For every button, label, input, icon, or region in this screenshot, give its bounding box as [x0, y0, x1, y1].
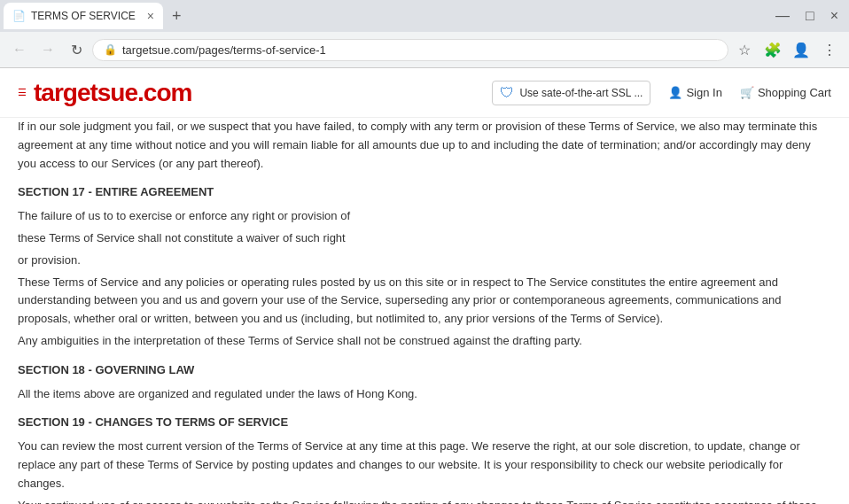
paragraph-6: Any ambiguities in the interpretation of… — [18, 332, 831, 351]
forward-button[interactable]: → — [35, 37, 60, 62]
shopping-cart-button[interactable]: 🛒 Shopping Cart — [740, 86, 831, 99]
paragraph-7: All the items above are organized and re… — [18, 385, 831, 404]
paragraph-8: You can review the most current version … — [18, 438, 831, 492]
shield-icon: 🛡 — [500, 85, 514, 101]
address-text: targetsue.com/pages/terms-of-service-1 — [122, 43, 717, 57]
paragraph-9: Your continued use of or access to our w… — [18, 497, 831, 504]
user-icon: 👤 — [668, 86, 682, 99]
window-controls: — □ × — [765, 0, 849, 32]
paragraph-5: These Terms of Service and any policies … — [18, 274, 831, 329]
profile-button[interactable]: 👤 — [789, 37, 814, 62]
close-button[interactable]: × — [823, 4, 845, 27]
browser-controls: ← → ↻ 🔒 targetsue.com/pages/terms-of-ser… — [0, 32, 849, 67]
new-tab-button[interactable]: + — [167, 7, 187, 26]
maximize-button[interactable]: □ — [798, 4, 822, 27]
address-bar[interactable]: 🔒 targetsue.com/pages/terms-of-service-1 — [92, 39, 728, 61]
content-area[interactable]: If in our sole judgment you fail, or we … — [0, 118, 849, 504]
active-tab[interactable]: 📄 TERMS OF SERVICE × — [4, 3, 163, 29]
paragraph-1: If in our sole judgment you fail, or we … — [18, 118, 831, 173]
browser-chrome: 📄 TERMS OF SERVICE × + — □ × ← → ↻ 🔒 tar… — [0, 0, 849, 68]
paragraph-4: or provision. — [18, 252, 831, 270]
header-right: 🛡 Use sate-of-the-art SSL ... 👤 Sign In … — [492, 81, 831, 105]
sign-in-button[interactable]: 👤 Sign In — [668, 86, 721, 99]
cart-icon: 🛒 — [740, 86, 754, 99]
tab-close-button[interactable]: × — [147, 10, 154, 22]
site-logo[interactable]: targetsue.com — [34, 79, 191, 107]
extensions-button[interactable]: 🧩 — [760, 37, 785, 62]
bookmark-star-button[interactable]: ☆ — [732, 37, 757, 62]
tab-bar: 📄 TERMS OF SERVICE × + — □ × — [0, 0, 849, 32]
section-17-heading: SECTION 17 - ENTIRE AGREEMENT — [18, 183, 831, 202]
section-18-heading: SECTION 18 - GOVERNING LAW — [18, 361, 831, 380]
website: ☰ targetsue.com 🛡 Use sate-of-the-art SS… — [0, 68, 849, 504]
ssl-badge: 🛡 Use sate-of-the-art SSL ... — [492, 81, 650, 105]
paragraph-3: these Terms of Service shall not constit… — [18, 229, 831, 248]
tab-title: TERMS OF SERVICE — [31, 10, 142, 22]
ssl-label: Use sate-of-the-art SSL ... — [519, 87, 643, 99]
menu-icon[interactable]: ☰ — [18, 87, 27, 98]
paragraph-2: The failure of us to to exercise or enfo… — [18, 207, 831, 226]
back-button[interactable]: ← — [7, 37, 32, 62]
refresh-button[interactable]: ↻ — [64, 37, 89, 62]
tab-favicon: 📄 — [12, 10, 26, 22]
sign-in-label: Sign In — [686, 86, 721, 99]
menu-button[interactable]: ⋮ — [817, 37, 842, 62]
browser-actions: ☆ 🧩 👤 ⋮ — [732, 37, 842, 62]
section-19-heading: SECTION 19 - CHANGES TO TERMS OF SERVICE — [18, 414, 831, 432]
lock-icon: 🔒 — [104, 43, 117, 56]
minimize-button[interactable]: — — [768, 4, 797, 27]
site-header: ☰ targetsue.com 🛡 Use sate-of-the-art SS… — [0, 68, 849, 118]
cart-label: Shopping Cart — [758, 86, 831, 99]
